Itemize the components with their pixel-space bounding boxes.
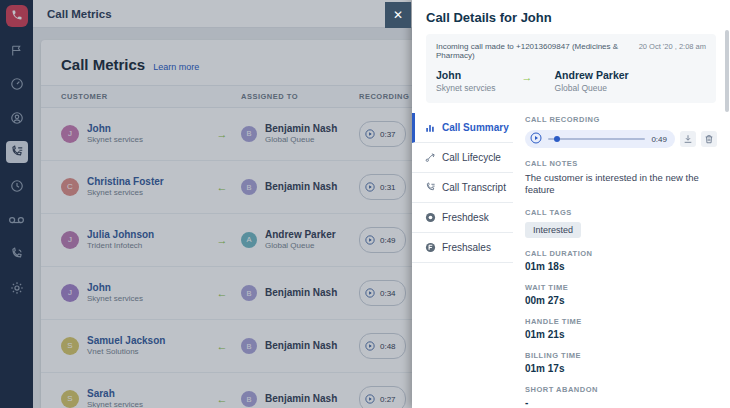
call-info-box: Incoming call made to +12013609847 (Medi…	[426, 34, 716, 103]
field-value: 01m 17s	[525, 363, 717, 374]
lifecycle-icon	[424, 152, 436, 163]
tab-label: Call Lifecycle	[442, 152, 501, 163]
field-label: SHORT ABANDON	[525, 385, 717, 394]
tab-call-transcript[interactable]: Call Transcript	[412, 173, 513, 203]
seek-thumb[interactable]	[554, 136, 560, 142]
recording-label: CALL RECORDING	[525, 115, 717, 124]
tab-freshdesk[interactable]: Freshdesk	[412, 203, 513, 233]
scrollbar-thumb[interactable]	[725, 30, 729, 112]
caller-name: John	[436, 69, 496, 81]
tags-label: CALL TAGS	[525, 208, 717, 217]
close-button[interactable]: ✕	[385, 2, 411, 28]
drawer-scrollbar[interactable]	[724, 0, 729, 408]
download-button[interactable]	[680, 131, 696, 147]
call-summary-panel: CALL RECORDING 0:49 CALL NOTES The custo…	[513, 113, 730, 408]
freshdesk-icon	[424, 212, 436, 223]
field-label: HANDLE TIME	[525, 317, 717, 326]
field-label: WAIT TIME	[525, 283, 717, 292]
app-window: Call Metrics Call Metrics Learn more CUS…	[0, 0, 730, 408]
call-datetime: 20 Oct '20 , 2:08 am	[639, 42, 706, 51]
seek-bar[interactable]	[548, 138, 645, 140]
field-label: CALL DURATION	[525, 249, 717, 258]
tab-call-summary[interactable]: Call Summary	[412, 113, 513, 143]
answered-agent-name: Andrew Parker	[555, 69, 629, 81]
drawer-title: Call Details for John	[412, 0, 730, 34]
caller-company: Skynet servcies	[436, 83, 496, 93]
field-value: -	[525, 397, 717, 408]
call-details-drawer: ✕ Call Details for John Incoming call ma…	[412, 0, 730, 408]
freshsales-icon	[424, 242, 436, 253]
close-icon: ✕	[393, 8, 403, 22]
field-label: BILLING TIME	[525, 351, 717, 360]
bar-chart-icon	[424, 123, 436, 133]
tab-label: Call Summary	[442, 122, 509, 133]
field-value: 01m 21s	[525, 329, 717, 340]
call-tag-chip[interactable]: Interested	[525, 222, 581, 238]
answered-agent-queue: Global Queue	[555, 83, 629, 93]
tab-label: Freshsales	[442, 242, 491, 253]
audio-player: 0:49	[525, 130, 675, 148]
field-value: 01m 18s	[525, 261, 717, 272]
transcript-phone-icon	[424, 182, 436, 193]
play-icon[interactable]	[530, 130, 542, 148]
modal-dim-overlay[interactable]	[0, 0, 412, 408]
field-value: 00m 27s	[525, 295, 717, 306]
drawer-tabs: Call Summary Call Lifecycle Call Transcr…	[412, 113, 513, 408]
call-direction-icon: →	[522, 71, 533, 83]
recording-duration: 0:49	[651, 135, 667, 144]
tab-call-lifecycle[interactable]: Call Lifecycle	[412, 143, 513, 173]
call-notes-text: The customer is interested in the new th…	[525, 172, 717, 197]
tab-freshsales[interactable]: Freshsales	[412, 233, 513, 263]
delete-button[interactable]	[701, 131, 717, 147]
tab-label: Call Transcript	[442, 182, 506, 193]
notes-label: CALL NOTES	[525, 159, 717, 168]
tab-label: Freshdesk	[442, 212, 489, 223]
call-summary-line: Incoming call made to +12013609847 (Medi…	[436, 42, 631, 60]
